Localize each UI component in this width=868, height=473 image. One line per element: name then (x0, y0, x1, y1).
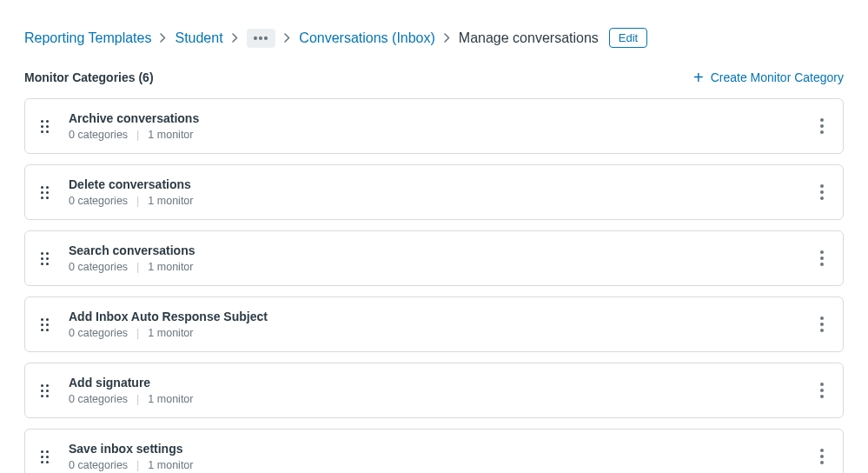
kebab-menu-button[interactable] (817, 377, 827, 403)
card-monitors-count: 1 monitor (148, 459, 193, 471)
drag-handle-icon[interactable] (41, 384, 53, 397)
kebab-menu-button[interactable] (817, 311, 827, 337)
monitor-category-card[interactable]: Add signature 0 categories | 1 monitor (24, 363, 844, 418)
drag-handle-icon[interactable] (41, 186, 53, 199)
section-title: Monitor Categories (6) (24, 70, 154, 84)
card-monitors-count: 1 monitor (148, 261, 193, 273)
card-monitors-count: 1 monitor (148, 129, 193, 141)
card-categories-count: 0 categories (69, 459, 128, 471)
card-meta: 0 categories | 1 monitor (69, 261, 801, 273)
card-monitors-count: 1 monitor (148, 393, 193, 405)
edit-button[interactable]: Edit (609, 28, 647, 48)
chevron-right-icon (444, 33, 450, 43)
meta-separator: | (136, 195, 139, 207)
plus-icon: + (693, 69, 704, 86)
breadcrumb-link-reporting-templates[interactable]: Reporting Templates (24, 30, 151, 46)
card-monitors-count: 1 monitor (148, 195, 193, 207)
card-title: Add Inbox Auto Response Subject (69, 310, 801, 323)
card-body: Save inbox settings 0 categories | 1 mon… (69, 442, 801, 471)
card-body: Archive conversations 0 categories | 1 m… (69, 111, 801, 141)
card-categories-count: 0 categories (69, 129, 128, 141)
card-body: Add signature 0 categories | 1 monitor (69, 376, 801, 405)
card-meta: 0 categories | 1 monitor (69, 327, 801, 339)
card-meta: 0 categories | 1 monitor (69, 195, 801, 207)
breadcrumb-link-conversations-inbox[interactable]: Conversations (Inbox) (299, 30, 435, 46)
meta-separator: | (136, 327, 139, 339)
drag-handle-icon[interactable] (41, 450, 53, 463)
monitor-category-card[interactable]: Add Inbox Auto Response Subject 0 catego… (24, 296, 844, 352)
card-meta: 0 categories | 1 monitor (69, 129, 801, 141)
create-monitor-category-button[interactable]: + Create Monitor Category (693, 69, 844, 86)
monitor-category-card[interactable]: Delete conversations 0 categories | 1 mo… (24, 164, 844, 220)
kebab-menu-button[interactable] (817, 179, 827, 205)
meta-separator: | (136, 459, 139, 471)
card-title: Save inbox settings (69, 442, 801, 456)
card-categories-count: 0 categories (69, 393, 128, 405)
create-label: Create Monitor Category (711, 70, 844, 84)
card-body: Search conversations 0 categories | 1 mo… (69, 243, 801, 273)
breadcrumb-current: Manage conversations (459, 30, 599, 46)
monitor-category-card[interactable]: Save inbox settings 0 categories | 1 mon… (24, 429, 844, 473)
drag-handle-icon[interactable] (41, 120, 53, 133)
kebab-menu-button[interactable] (817, 443, 827, 470)
chevron-right-icon (232, 33, 238, 43)
card-meta: 0 categories | 1 monitor (69, 459, 801, 471)
card-categories-count: 0 categories (69, 261, 128, 273)
card-title: Search conversations (69, 243, 801, 257)
drag-handle-icon[interactable] (41, 252, 53, 265)
card-body: Add Inbox Auto Response Subject 0 catego… (69, 310, 801, 339)
meta-separator: | (136, 393, 139, 405)
section-header: Monitor Categories (6) + Create Monitor … (24, 69, 844, 86)
breadcrumb-ellipsis-button[interactable]: ••• (247, 29, 276, 48)
card-categories-count: 0 categories (69, 195, 128, 207)
chevron-right-icon (160, 33, 166, 43)
drag-handle-icon[interactable] (41, 318, 53, 331)
monitor-category-card[interactable]: Archive conversations 0 categories | 1 m… (24, 98, 844, 154)
kebab-menu-button[interactable] (817, 245, 827, 271)
card-title: Delete conversations (69, 177, 801, 191)
card-title: Archive conversations (69, 111, 801, 125)
breadcrumb: Reporting Templates Student ••• Conversa… (24, 28, 844, 48)
cards-list: Archive conversations 0 categories | 1 m… (24, 98, 844, 473)
monitor-category-card[interactable]: Search conversations 0 categories | 1 mo… (24, 230, 844, 286)
breadcrumb-link-student[interactable]: Student (175, 30, 222, 46)
card-body: Delete conversations 0 categories | 1 mo… (69, 177, 801, 207)
card-title: Add signature (69, 376, 801, 390)
kebab-menu-button[interactable] (817, 113, 827, 139)
meta-separator: | (136, 261, 139, 273)
card-meta: 0 categories | 1 monitor (69, 393, 801, 405)
card-monitors-count: 1 monitor (148, 327, 193, 339)
chevron-right-icon (284, 33, 290, 43)
card-categories-count: 0 categories (69, 327, 128, 339)
meta-separator: | (136, 129, 139, 141)
